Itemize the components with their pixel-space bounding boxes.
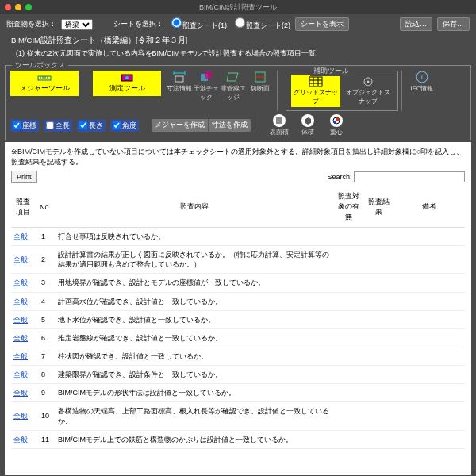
cell-category[interactable]: 全般 [11, 310, 35, 328]
cell-no: 7 [35, 347, 56, 365]
sheet-radio-1[interactable]: 照査シート(1) [168, 17, 227, 31]
cell-note[interactable] [393, 228, 465, 246]
sheet-label: シートを選択： [113, 19, 163, 29]
th-target[interactable]: 照査対象の有無 [333, 186, 363, 228]
svg-rect-24 [276, 117, 282, 124]
cell-no: 1 [35, 228, 56, 246]
cell-result[interactable] [363, 292, 393, 310]
cell-category[interactable]: 全般 [11, 228, 35, 246]
create-dimension-button[interactable]: 寸法を作成 [209, 119, 251, 132]
cell-result[interactable] [363, 274, 393, 292]
target-select[interactable]: 橋梁 [61, 19, 93, 30]
ifc-info-tool[interactable]: i IFC情報 [409, 71, 436, 93]
window-title: BIM/CIM設計照査ツール [0, 2, 476, 13]
cell-category[interactable]: 全般 [11, 347, 35, 365]
cell-note[interactable] [393, 292, 465, 310]
th-item[interactable]: 照査項目 [11, 186, 35, 228]
cell-target[interactable] [333, 274, 363, 292]
cell-no: 10 [35, 402, 56, 430]
edge-tool[interactable]: 非管線エッジ [220, 71, 247, 102]
cell-result[interactable] [363, 384, 393, 402]
dimension-info-tool[interactable]: 寸法情報 [166, 71, 193, 93]
th-no[interactable]: No. [35, 186, 56, 228]
th-content[interactable]: 照査内容 [56, 186, 333, 228]
object-snap-tool[interactable]: オブジェクトスナップ [344, 76, 393, 106]
cell-content: 各構造物の天端高、上部工路面標高、根入れ長等が確認でき、設計値と一致しているか。 [56, 402, 333, 430]
grid-snap-tool[interactable]: グリッドスナップ [291, 75, 340, 107]
cell-target[interactable] [333, 228, 363, 246]
cell-note[interactable] [393, 246, 465, 274]
cell-target[interactable] [333, 384, 363, 402]
measure2-tool-button[interactable]: 測定ツール [93, 71, 161, 96]
clash-check-tool[interactable]: 干渉チェック [193, 71, 220, 102]
cell-target[interactable] [333, 366, 363, 384]
cell-content: 用地境界が確認でき、設計とモデルの座標値が一致しているか。 [56, 274, 333, 292]
chk-length[interactable]: 長さ [77, 120, 106, 132]
volume-icon [301, 114, 314, 127]
cell-result[interactable] [363, 310, 393, 328]
svg-rect-12 [205, 71, 212, 79]
titlebar: BIM/CIM設計照査ツール [0, 0, 476, 14]
dimension-icon [172, 71, 186, 83]
table-row: 全般5地下水位が確認でき、設計値と一致しているか。 [11, 310, 465, 328]
chk-angle[interactable]: 角度 [110, 120, 139, 132]
chk-coord[interactable]: 座標 [10, 120, 39, 132]
volume-tool[interactable]: 体積 [296, 114, 320, 136]
cell-result[interactable] [363, 228, 393, 246]
cell-note[interactable] [393, 402, 465, 430]
cell-target[interactable] [333, 292, 363, 310]
create-measure-button[interactable]: メジャーを作成 [152, 119, 209, 132]
table-row: 全般9BIM/CIMモデルの形状寸法は設計値と一致しているか。 [11, 384, 465, 402]
cell-content: 柱状図が確認でき、設計値と一致しているか。 [56, 347, 333, 365]
cell-note[interactable] [393, 430, 465, 448]
save-button[interactable]: 保存… [437, 17, 470, 31]
cell-target[interactable] [333, 246, 363, 274]
cell-target[interactable] [333, 310, 363, 328]
cell-category[interactable]: 全般 [11, 384, 35, 402]
cell-result[interactable] [363, 402, 393, 430]
sheet-radio-2[interactable]: 照査シート(2) [232, 17, 290, 31]
load-button[interactable]: 読込… [400, 17, 432, 31]
section-tool[interactable]: 切断面 [247, 71, 274, 93]
th-note[interactable]: 備考 [393, 186, 465, 228]
cell-category[interactable]: 全般 [11, 292, 35, 310]
table-row: 全般1打合せ事項は反映されているか。 [11, 228, 465, 246]
cell-note[interactable] [393, 347, 465, 365]
search-input[interactable] [354, 171, 465, 182]
create-buttons: メジャーを作成 寸法を作成 [152, 119, 251, 132]
cell-category[interactable]: 全般 [11, 366, 35, 384]
edge-icon [226, 71, 240, 83]
cell-category[interactable]: 全般 [11, 430, 35, 448]
show-sheet-button[interactable]: シートを表示 [295, 17, 349, 31]
cell-no: 8 [35, 366, 56, 384]
centroid-tool[interactable]: 重心 [324, 114, 348, 136]
surface-area-tool[interactable]: 表面積 [267, 114, 291, 136]
cell-note[interactable] [393, 310, 465, 328]
cell-target[interactable] [333, 347, 363, 365]
cell-category[interactable]: 全般 [11, 402, 35, 430]
cell-result[interactable] [363, 366, 393, 384]
print-button[interactable]: Print [11, 171, 37, 183]
cell-category[interactable]: 全般 [11, 274, 35, 292]
svg-rect-15 [309, 77, 322, 86]
cell-target[interactable] [333, 430, 363, 448]
table-row: 全般11BIM/CIMモデル上での鉄筋と構造物のかぶりは設計値と一致しているか。 [11, 430, 465, 448]
cell-result[interactable] [363, 328, 393, 347]
th-result[interactable]: 照査結果 [363, 186, 393, 228]
cell-result[interactable] [363, 430, 393, 448]
cell-note[interactable] [393, 384, 465, 402]
cell-result[interactable] [363, 347, 393, 365]
measure-tool-button[interactable]: メジャーツール [10, 71, 79, 96]
cell-category[interactable]: 全般 [11, 328, 35, 347]
ruler-icon [37, 73, 52, 83]
chk-total-length[interactable]: 全長 [44, 120, 72, 132]
cell-note[interactable] [393, 328, 465, 347]
cell-note[interactable] [393, 366, 465, 384]
cell-result[interactable] [363, 246, 393, 274]
cell-target[interactable] [333, 328, 363, 347]
svg-text:i: i [421, 74, 423, 81]
cell-category[interactable]: 全般 [11, 246, 35, 274]
cell-note[interactable] [393, 274, 465, 292]
table-row: 全般10各構造物の天端高、上部工路面標高、根入れ長等が確認でき、設計値と一致して… [11, 402, 465, 430]
cell-target[interactable] [333, 402, 363, 430]
